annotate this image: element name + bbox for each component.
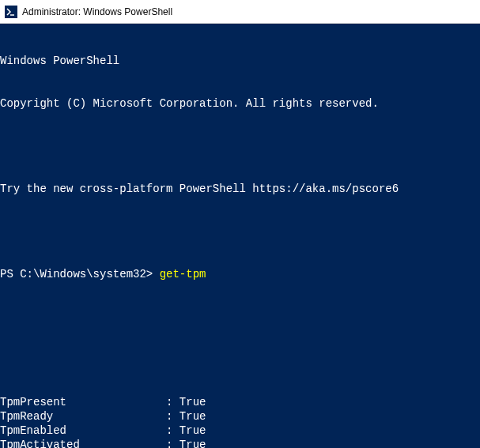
output-separator: : [166,424,180,438]
prompt-line: PS C:\Windows\system32> get-tpm [0,267,480,281]
blank-line [0,139,480,153]
powershell-icon [5,6,17,18]
output-row: TpmEnabled : True [0,424,480,438]
output-value: True [180,424,206,438]
output-separator: : [166,395,180,409]
output-row: TpmPresent : True [0,395,480,409]
output-key: TpmReady [0,409,166,424]
titlebar[interactable]: Administrator: Windows PowerShell [0,0,480,24]
header-line: Windows PowerShell [0,54,480,68]
output-value: True [180,395,206,409]
window-title: Administrator: Windows PowerShell [22,6,172,17]
output-separator: : [166,409,180,424]
output-row: TpmReady : True [0,409,480,424]
console-output[interactable]: Windows PowerShell Copyright (C) Microso… [0,24,480,448]
blank-line [0,352,480,367]
output-key: TpmEnabled [0,424,166,438]
blank-line [0,224,480,239]
blank-line [0,310,480,324]
typed-command: get-tpm [160,268,206,280]
try-line: Try the new cross-platform PowerShell ht… [0,182,480,196]
output-key: TpmPresent [0,395,166,409]
output-value: True [180,409,206,424]
output-block-1: TpmPresent : TrueTpmReady : TrueTpmEnabl… [0,395,480,448]
output-separator: : [166,438,180,448]
output-key: TpmActivated [0,438,166,448]
prompt-path: PS C:\Windows\system32> [0,268,160,280]
output-row: TpmActivated : True [0,438,480,448]
copyright-line: Copyright (C) Microsoft Corporation. All… [0,96,480,111]
output-value: True [180,438,206,448]
